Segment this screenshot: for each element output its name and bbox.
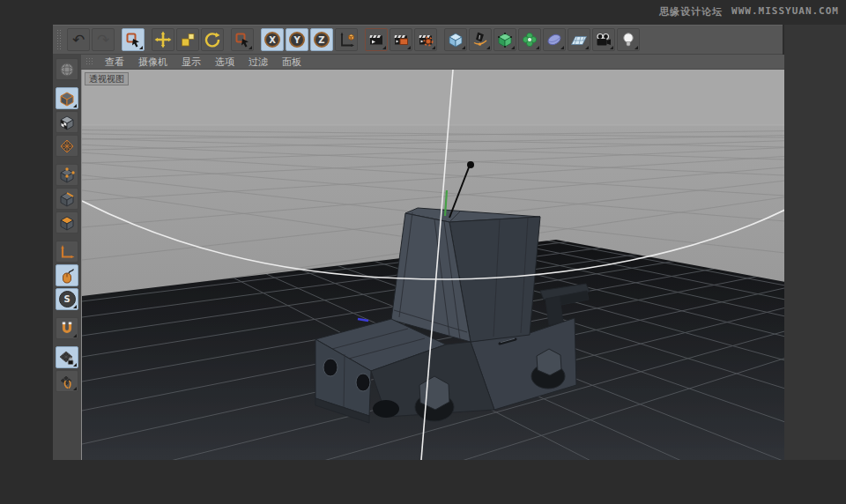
- undo-button[interactable]: ↶: [67, 28, 90, 51]
- watermark: 思缘设计论坛 WWW.MISSYUAN.COM: [659, 5, 839, 19]
- menu-view[interactable]: 查看: [98, 56, 131, 69]
- render-view-button[interactable]: [365, 28, 388, 51]
- add-modeling-object-button[interactable]: [518, 28, 541, 51]
- deformer-icon: [545, 31, 563, 48]
- workplane-mode-icon: [58, 137, 76, 155]
- add-generator-button[interactable]: [494, 28, 516, 51]
- make-editable-icon: [58, 61, 76, 78]
- add-spline-button[interactable]: [469, 28, 492, 51]
- render-picture-viewer-icon: [392, 31, 410, 48]
- menu-options[interactable]: 选项: [208, 56, 241, 69]
- lock-z-axis-button[interactable]: Z: [310, 28, 333, 51]
- move-icon: [154, 31, 172, 48]
- solo-mode-button[interactable]: S: [56, 288, 78, 310]
- y-axis-icon: Y: [289, 32, 305, 48]
- add-deformer-button[interactable]: [543, 28, 566, 51]
- toolbar-drag-handle[interactable]: [56, 29, 63, 50]
- edges-mode-button[interactable]: [56, 188, 78, 210]
- workplane-align-icon: [58, 373, 76, 390]
- viewport-menubar: 查看 摄像机 显示 选项 过滤 面板: [81, 55, 784, 70]
- render-picture-viewer-button[interactable]: [390, 28, 412, 51]
- sky: [82, 70, 784, 126]
- selection-icon: [234, 31, 251, 48]
- enable-axis-button[interactable]: [56, 241, 78, 263]
- mouse-icon: [58, 267, 76, 285]
- car-headlight: [323, 359, 338, 376]
- make-editable-button[interactable]: [56, 58, 78, 80]
- points-mode-icon: [58, 167, 76, 184]
- car-headlight: [356, 374, 370, 391]
- spline-pen-icon: [471, 31, 489, 48]
- workplane-lock-icon: [58, 349, 76, 367]
- menu-cameras[interactable]: 摄像机: [131, 56, 174, 69]
- align-workplane-button[interactable]: [56, 370, 78, 392]
- model-mode-icon: [58, 90, 76, 107]
- texture-mode-button[interactable]: [56, 111, 78, 133]
- snap-button[interactable]: [56, 317, 78, 339]
- viewport-label: 透视视图: [85, 72, 129, 85]
- redo-button[interactable]: ↷: [92, 28, 115, 51]
- add-light-button[interactable]: [617, 28, 640, 51]
- lock-y-axis-button[interactable]: Y: [286, 28, 308, 51]
- add-primitive-button[interactable]: [444, 28, 467, 51]
- rotate-tool-button[interactable]: [201, 28, 224, 51]
- 3d-scene: [82, 70, 784, 460]
- lock-workplane-button[interactable]: [56, 346, 78, 368]
- watermark-site-url: WWW.MISSYUAN.COM: [731, 5, 839, 19]
- generator-cube-icon: [496, 31, 514, 48]
- undo-icon: ↶: [72, 33, 85, 48]
- menu-display[interactable]: 显示: [174, 56, 208, 69]
- polygons-mode-button[interactable]: [56, 211, 78, 233]
- axis-icon: [58, 243, 76, 261]
- redo-icon: ↷: [97, 33, 109, 48]
- z-axis-icon: Z: [314, 32, 330, 48]
- rotate-icon: [204, 31, 221, 48]
- main-toolbar: ↶ ↷ X: [53, 25, 783, 55]
- live-selection-button[interactable]: [122, 28, 145, 51]
- bottom-spacer: [0, 460, 846, 504]
- cube-primitive-icon: [447, 31, 464, 48]
- floor-grid-icon: [570, 31, 588, 48]
- array-flower-icon: [521, 31, 538, 48]
- workplane-mode-button[interactable]: [56, 135, 78, 157]
- solo-icon: S: [59, 291, 76, 308]
- mode-palette: S: [53, 55, 81, 460]
- menubar-drag-handle[interactable]: [85, 57, 94, 66]
- menu-panel[interactable]: 面板: [275, 56, 308, 69]
- lock-x-axis-button[interactable]: X: [261, 28, 284, 51]
- light-bulb-icon: [620, 31, 637, 48]
- render-settings-button[interactable]: [414, 28, 437, 51]
- viewport-canvas[interactable]: 透视视图: [81, 70, 784, 460]
- render-view-icon: [367, 31, 385, 48]
- magnet-icon: [58, 320, 76, 337]
- scale-tool-button[interactable]: [176, 28, 199, 51]
- camera-icon: [595, 31, 612, 48]
- scale-icon: [179, 31, 197, 48]
- render-settings-icon: [417, 31, 434, 48]
- coordinate-system-icon: [338, 31, 355, 48]
- coordinate-system-button[interactable]: [335, 28, 358, 51]
- right-spacer: [784, 25, 846, 460]
- tweak-mode-button[interactable]: [56, 264, 78, 286]
- polygons-mode-icon: [58, 214, 76, 232]
- texture-mode-icon: [58, 114, 76, 131]
- points-mode-button[interactable]: [56, 164, 78, 186]
- move-tool-button[interactable]: [152, 28, 174, 51]
- watermark-site-name: 思缘设计论坛: [659, 5, 723, 19]
- edges-mode-icon: [58, 190, 76, 208]
- add-camera-button[interactable]: [592, 28, 615, 51]
- car-antenna-tip: [467, 161, 474, 168]
- x-axis-icon: X: [264, 32, 280, 48]
- menu-filter[interactable]: 过滤: [241, 56, 275, 69]
- live-selection-icon: [124, 31, 142, 48]
- add-environment-button[interactable]: [568, 28, 590, 51]
- model-mode-button[interactable]: [56, 87, 78, 109]
- last-tool-button[interactable]: [231, 28, 254, 51]
